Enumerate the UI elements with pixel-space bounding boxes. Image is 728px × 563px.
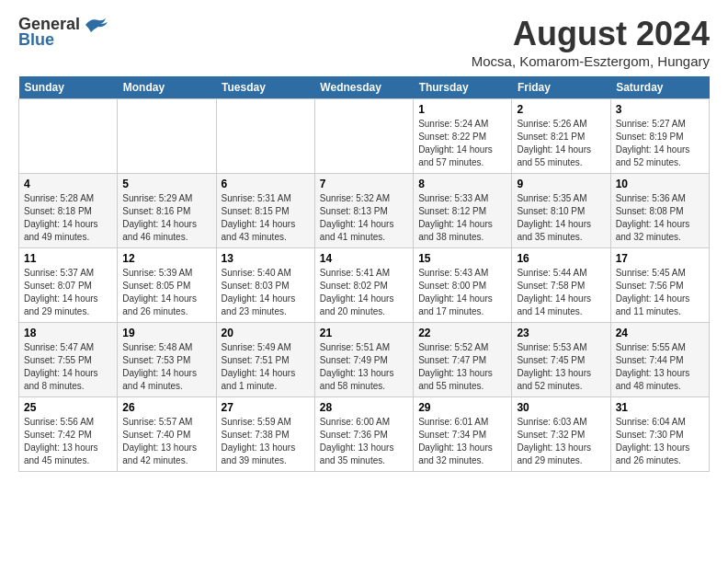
day-number: 20 xyxy=(222,327,310,339)
calendar-cell: 9Sunrise: 5:35 AM Sunset: 8:10 PM Daylig… xyxy=(512,174,610,248)
calendar-cell: 23Sunrise: 5:53 AM Sunset: 7:45 PM Dayli… xyxy=(512,323,610,397)
day-info: Sunrise: 5:39 AM Sunset: 8:05 PM Dayligh… xyxy=(122,267,210,318)
calendar-cell: 1Sunrise: 5:24 AM Sunset: 8:22 PM Daylig… xyxy=(414,99,512,174)
day-info: Sunrise: 5:31 AM Sunset: 8:15 PM Dayligh… xyxy=(222,192,310,244)
day-number: 30 xyxy=(517,401,605,414)
calendar-cell: 18Sunrise: 5:47 AM Sunset: 7:55 PM Dayli… xyxy=(19,323,118,397)
day-number: 6 xyxy=(222,178,310,190)
calendar-cell: 24Sunrise: 5:55 AM Sunset: 7:44 PM Dayli… xyxy=(610,323,709,397)
logo-bird-icon xyxy=(82,16,108,34)
day-number: 12 xyxy=(122,252,210,265)
calendar-cell: 29Sunrise: 6:01 AM Sunset: 7:34 PM Dayli… xyxy=(414,397,512,472)
calendar-cell: 14Sunrise: 5:41 AM Sunset: 8:02 PM Dayli… xyxy=(314,248,413,323)
calendar-cell: 13Sunrise: 5:40 AM Sunset: 8:03 PM Dayli… xyxy=(216,248,314,323)
day-number: 4 xyxy=(24,178,112,190)
week-row-2: 4Sunrise: 5:28 AM Sunset: 8:18 PM Daylig… xyxy=(19,174,710,248)
day-number: 29 xyxy=(418,401,506,414)
month-year: August 2024 xyxy=(472,15,710,53)
day-header-monday: Monday xyxy=(118,76,216,99)
day-number: 25 xyxy=(24,401,112,414)
day-info: Sunrise: 5:27 AM Sunset: 8:19 PM Dayligh… xyxy=(616,118,704,169)
day-info: Sunrise: 5:37 AM Sunset: 8:07 PM Dayligh… xyxy=(24,267,112,318)
calendar-cell: 17Sunrise: 5:45 AM Sunset: 7:56 PM Dayli… xyxy=(610,248,709,323)
day-info: Sunrise: 6:00 AM Sunset: 7:36 PM Dayligh… xyxy=(320,416,408,467)
calendar-cell: 15Sunrise: 5:43 AM Sunset: 8:00 PM Dayli… xyxy=(414,248,512,323)
day-info: Sunrise: 6:01 AM Sunset: 7:34 PM Dayligh… xyxy=(418,416,506,467)
week-row-4: 18Sunrise: 5:47 AM Sunset: 7:55 PM Dayli… xyxy=(19,323,710,397)
week-row-3: 11Sunrise: 5:37 AM Sunset: 8:07 PM Dayli… xyxy=(19,248,710,323)
calendar-cell: 21Sunrise: 5:51 AM Sunset: 7:49 PM Dayli… xyxy=(314,323,413,397)
day-info: Sunrise: 5:40 AM Sunset: 8:03 PM Dayligh… xyxy=(222,267,310,318)
calendar-cell: 4Sunrise: 5:28 AM Sunset: 8:18 PM Daylig… xyxy=(19,174,118,248)
day-header-friday: Friday xyxy=(512,76,610,99)
calendar-cell: 12Sunrise: 5:39 AM Sunset: 8:05 PM Dayli… xyxy=(118,248,216,323)
day-info: Sunrise: 5:47 AM Sunset: 7:55 PM Dayligh… xyxy=(24,341,112,393)
calendar-cell: 26Sunrise: 5:57 AM Sunset: 7:40 PM Dayli… xyxy=(118,397,216,472)
day-info: Sunrise: 5:26 AM Sunset: 8:21 PM Dayligh… xyxy=(517,118,605,169)
day-info: Sunrise: 5:36 AM Sunset: 8:08 PM Dayligh… xyxy=(616,192,704,244)
day-number: 11 xyxy=(24,252,112,265)
day-info: Sunrise: 5:32 AM Sunset: 8:13 PM Dayligh… xyxy=(320,192,408,244)
day-number: 1 xyxy=(418,103,506,116)
calendar-cell: 10Sunrise: 5:36 AM Sunset: 8:08 PM Dayli… xyxy=(610,174,709,248)
day-header-thursday: Thursday xyxy=(414,76,512,99)
day-info: Sunrise: 5:49 AM Sunset: 7:51 PM Dayligh… xyxy=(222,341,310,393)
day-info: Sunrise: 5:59 AM Sunset: 7:38 PM Dayligh… xyxy=(222,416,310,467)
day-header-saturday: Saturday xyxy=(610,76,709,99)
calendar-table: SundayMondayTuesdayWednesdayThursdayFrid… xyxy=(18,76,710,472)
day-number: 10 xyxy=(616,178,704,190)
title-area: August 2024 Mocsa, Komarom-Esztergom, Hu… xyxy=(472,15,710,69)
day-number: 18 xyxy=(24,327,112,339)
day-info: Sunrise: 5:53 AM Sunset: 7:45 PM Dayligh… xyxy=(517,341,605,393)
day-number: 31 xyxy=(616,401,704,414)
day-info: Sunrise: 5:28 AM Sunset: 8:18 PM Dayligh… xyxy=(24,192,112,244)
logo-blue-text: Blue xyxy=(18,30,54,50)
day-number: 14 xyxy=(320,252,408,265)
calendar-cell: 27Sunrise: 5:59 AM Sunset: 7:38 PM Dayli… xyxy=(216,397,314,472)
logo: General Blue xyxy=(18,15,108,50)
calendar-cell: 7Sunrise: 5:32 AM Sunset: 8:13 PM Daylig… xyxy=(314,174,413,248)
calendar-cell: 31Sunrise: 6:04 AM Sunset: 7:30 PM Dayli… xyxy=(610,397,709,472)
day-info: Sunrise: 5:35 AM Sunset: 8:10 PM Dayligh… xyxy=(517,192,605,244)
day-number: 22 xyxy=(418,327,506,339)
calendar-cell: 20Sunrise: 5:49 AM Sunset: 7:51 PM Dayli… xyxy=(216,323,314,397)
week-row-1: 1Sunrise: 5:24 AM Sunset: 8:22 PM Daylig… xyxy=(19,99,710,174)
calendar-cell: 19Sunrise: 5:48 AM Sunset: 7:53 PM Dayli… xyxy=(118,323,216,397)
calendar-cell: 30Sunrise: 6:03 AM Sunset: 7:32 PM Dayli… xyxy=(512,397,610,472)
day-info: Sunrise: 5:51 AM Sunset: 7:49 PM Dayligh… xyxy=(320,341,408,393)
day-info: Sunrise: 5:43 AM Sunset: 8:00 PM Dayligh… xyxy=(418,267,506,318)
day-info: Sunrise: 5:45 AM Sunset: 7:56 PM Dayligh… xyxy=(616,267,704,318)
calendar-cell xyxy=(314,99,413,174)
day-info: Sunrise: 5:57 AM Sunset: 7:40 PM Dayligh… xyxy=(122,416,210,467)
day-number: 5 xyxy=(122,178,210,190)
calendar-cell xyxy=(19,99,118,174)
calendar-cell: 6Sunrise: 5:31 AM Sunset: 8:15 PM Daylig… xyxy=(216,174,314,248)
calendar-cell: 8Sunrise: 5:33 AM Sunset: 8:12 PM Daylig… xyxy=(414,174,512,248)
calendar-cell xyxy=(216,99,314,174)
day-number: 9 xyxy=(517,178,605,190)
day-number: 8 xyxy=(418,178,506,190)
day-number: 28 xyxy=(320,401,408,414)
day-header-sunday: Sunday xyxy=(19,76,118,99)
location: Mocsa, Komarom-Esztergom, Hungary xyxy=(472,53,710,69)
day-info: Sunrise: 5:52 AM Sunset: 7:47 PM Dayligh… xyxy=(418,341,506,393)
day-info: Sunrise: 5:29 AM Sunset: 8:16 PM Dayligh… xyxy=(122,192,210,244)
calendar-cell: 5Sunrise: 5:29 AM Sunset: 8:16 PM Daylig… xyxy=(118,174,216,248)
calendar-cell: 22Sunrise: 5:52 AM Sunset: 7:47 PM Dayli… xyxy=(414,323,512,397)
calendar-cell: 16Sunrise: 5:44 AM Sunset: 7:58 PM Dayli… xyxy=(512,248,610,323)
calendar-cell: 25Sunrise: 5:56 AM Sunset: 7:42 PM Dayli… xyxy=(19,397,118,472)
calendar-cell: 11Sunrise: 5:37 AM Sunset: 8:07 PM Dayli… xyxy=(19,248,118,323)
day-number: 7 xyxy=(320,178,408,190)
day-info: Sunrise: 5:55 AM Sunset: 7:44 PM Dayligh… xyxy=(616,341,704,393)
day-info: Sunrise: 5:48 AM Sunset: 7:53 PM Dayligh… xyxy=(122,341,210,393)
day-number: 2 xyxy=(517,103,605,116)
days-header-row: SundayMondayTuesdayWednesdayThursdayFrid… xyxy=(19,76,710,99)
day-number: 21 xyxy=(320,327,408,339)
day-number: 3 xyxy=(616,103,704,116)
day-header-wednesday: Wednesday xyxy=(314,76,413,99)
day-number: 26 xyxy=(122,401,210,414)
day-info: Sunrise: 6:03 AM Sunset: 7:32 PM Dayligh… xyxy=(517,416,605,467)
day-info: Sunrise: 5:44 AM Sunset: 7:58 PM Dayligh… xyxy=(517,267,605,318)
day-number: 15 xyxy=(418,252,506,265)
day-info: Sunrise: 5:41 AM Sunset: 8:02 PM Dayligh… xyxy=(320,267,408,318)
